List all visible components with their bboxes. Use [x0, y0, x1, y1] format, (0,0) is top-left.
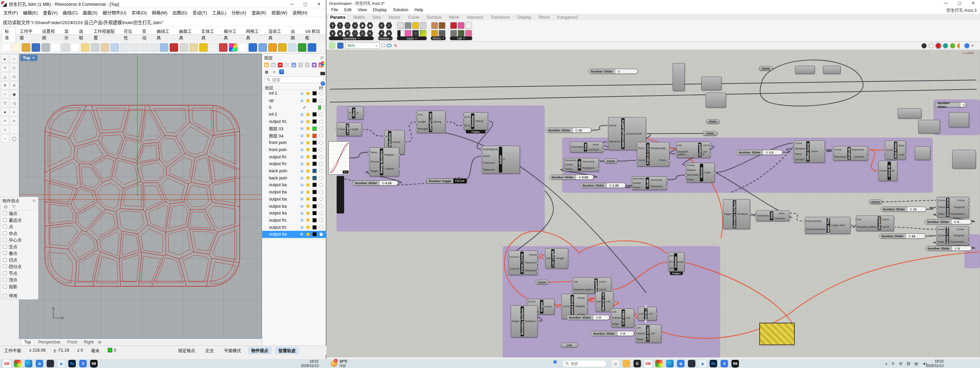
port[interactable]: [487, 120, 489, 123]
toolbar-tab-实体工具[interactable]: 实体工具: [198, 27, 220, 42]
component-block[interactable]: [915, 146, 931, 160]
rhino-8[interactable]: R8: [90, 360, 98, 367]
zoom-extents-icon[interactable]: [140, 43, 149, 52]
slider-knob[interactable]: [963, 104, 965, 106]
port[interactable]: [804, 220, 806, 222]
layer-row[interactable]: inf-2: [262, 111, 326, 118]
port[interactable]: [789, 218, 791, 220]
component-Boundary Surfaces[interactable]: EdgesBoundary SurfacesSurfaces: [723, 199, 750, 229]
port[interactable]: [612, 301, 614, 303]
layer-visibility-icon[interactable]: [300, 205, 303, 208]
component-Boundary Surfaces[interactable]: EdgesBoundary SurfacesSurfaces: [511, 306, 538, 338]
component-Area[interactable]: GeometryAreaAreaCentroid: [570, 142, 603, 152]
side-toolbar-icon-1[interactable]: ○: [10, 54, 18, 63]
color-wheel-icon[interactable]: [229, 43, 237, 52]
port[interactable]: [710, 153, 711, 155]
bw-icon[interactable]: [397, 30, 404, 37]
port[interactable]: [347, 112, 349, 114]
menu-item[interactable]: 分析(A): [232, 9, 246, 16]
port[interactable]: [563, 168, 565, 171]
minimize-button[interactable]: —: [285, 0, 299, 8]
component-block[interactable]: [823, 66, 841, 74]
port[interactable]: [635, 339, 636, 341]
port[interactable]: [610, 289, 612, 291]
layer-row[interactable]: output ba: [262, 189, 326, 196]
side-toolbar-icon-15[interactable]: =: [10, 117, 18, 125]
arrow-dark-icon[interactable]: [450, 30, 457, 37]
component-Offset Curve[interactable]: CurveDistancePlaneCornersOffset CurveCur…: [794, 140, 825, 163]
port[interactable]: [554, 306, 556, 308]
component-Voronoi[interactable]: PointsRadiusBoundaryPlaneVoronoiCells: [686, 163, 715, 182]
number-slider[interactable]: Number Slider0.25: [353, 181, 398, 186]
port[interactable]: [572, 289, 574, 291]
layer-lock-icon[interactable]: [306, 141, 309, 144]
whale-browser[interactable]: ◉: [699, 360, 706, 367]
key-icon[interactable]: [189, 43, 198, 52]
grid-view-icon[interactable]: ▦: [264, 69, 269, 74]
layer-color-swatch[interactable]: [312, 169, 317, 173]
flask-icon[interactable]: [465, 30, 472, 37]
port[interactable]: [668, 160, 671, 162]
menu-item[interactable]: 编辑(E): [23, 9, 38, 16]
slider-knob[interactable]: [575, 130, 578, 131]
toolbar-tab-V8 新功能[interactable]: V8 新功能: [302, 27, 326, 42]
port[interactable]: [884, 149, 886, 152]
cut-icon[interactable]: [61, 43, 70, 52]
slider-knob[interactable]: [955, 248, 957, 250]
layer-visibility-icon[interactable]: [300, 226, 303, 229]
port[interactable]: [610, 311, 612, 313]
layer-lock-icon[interactable]: [306, 176, 309, 179]
new-layer-icon[interactable]: ▤: [264, 62, 269, 67]
pink-icon[interactable]: [405, 30, 412, 37]
component-Curve | Curve[interactable]: Curve ACurve BCurve | CurvePointsParams …: [508, 251, 538, 275]
component-Entwine[interactable]: {0;0}{0;1}EntwineResultFlatten: [463, 112, 488, 130]
port[interactable]: [855, 226, 857, 229]
number-slider[interactable]: Number Slider1.0: [736, 150, 783, 155]
new-file-icon[interactable]: [2, 43, 11, 52]
port[interactable]: [722, 213, 724, 216]
layer-lock-icon[interactable]: [306, 99, 309, 102]
layer-row[interactable]: inf-1: [262, 90, 326, 97]
folder-icon[interactable]: [22, 43, 30, 52]
component-Solver[interactable]: GoalObjectsResetThresholdToleranceSolver…: [482, 146, 520, 174]
osnap-option-最近点[interactable]: 最近点: [0, 217, 38, 224]
menu-item[interactable]: 文件(F): [3, 9, 18, 16]
layer-color-swatch[interactable]: [312, 204, 317, 208]
gh-menu-Edit[interactable]: Edit: [344, 8, 352, 12]
component-block[interactable]: [673, 63, 685, 91]
new-document-icon[interactable]: [329, 43, 335, 49]
layer-row[interactable]: 图层 03: [262, 125, 326, 133]
toolbar-tab-选取[interactable]: 选取: [76, 27, 90, 42]
number-slider[interactable]: Number Slider5: [925, 246, 972, 251]
units[interactable]: 毫米: [87, 347, 104, 354]
layer-lock-icon[interactable]: [306, 212, 309, 215]
port[interactable]: [893, 219, 895, 221]
layer-row[interactable]: output ba: [262, 196, 326, 203]
layer-visibility-icon[interactable]: [300, 233, 303, 236]
status-toggle-物件锁点[interactable]: 物件锁点: [248, 347, 272, 354]
maximize-button[interactable]: ▢: [953, 0, 966, 6]
component-block[interactable]: [952, 150, 976, 168]
osnap-option-切点[interactable]: 切点: [0, 257, 38, 264]
viewport-tab-Top[interactable]: Top: [21, 339, 34, 345]
port[interactable]: [404, 142, 406, 144]
disable-checkbox[interactable]: [3, 294, 7, 298]
port[interactable]: [415, 114, 418, 116]
layer-lock-icon[interactable]: [306, 233, 309, 236]
zoom-in-icon[interactable]: [120, 43, 129, 52]
open-file-icon[interactable]: [12, 43, 21, 52]
help-icon[interactable]: ?: [321, 82, 325, 86]
layer-lock-icon[interactable]: [306, 184, 309, 187]
menu-item[interactable]: 工具(L): [212, 9, 226, 16]
layer-color-swatch[interactable]: [312, 197, 317, 201]
gh-tab-Display[interactable]: Display: [515, 14, 533, 21]
number-slider[interactable]: Number Slider10: [546, 128, 591, 133]
side-toolbar-icon-19[interactable]: ◯: [10, 134, 18, 142]
side-toolbar-icon-6[interactable]: ✕: [1, 81, 9, 90]
layer-row[interactable]: output frc: [262, 160, 326, 168]
port[interactable]: [675, 153, 677, 155]
layer-lock-icon[interactable]: [306, 92, 309, 95]
toolbar-tab-网格工具[interactable]: 网格工具: [243, 27, 264, 42]
port[interactable]: [563, 164, 565, 166]
component-block[interactable]: [706, 93, 726, 107]
